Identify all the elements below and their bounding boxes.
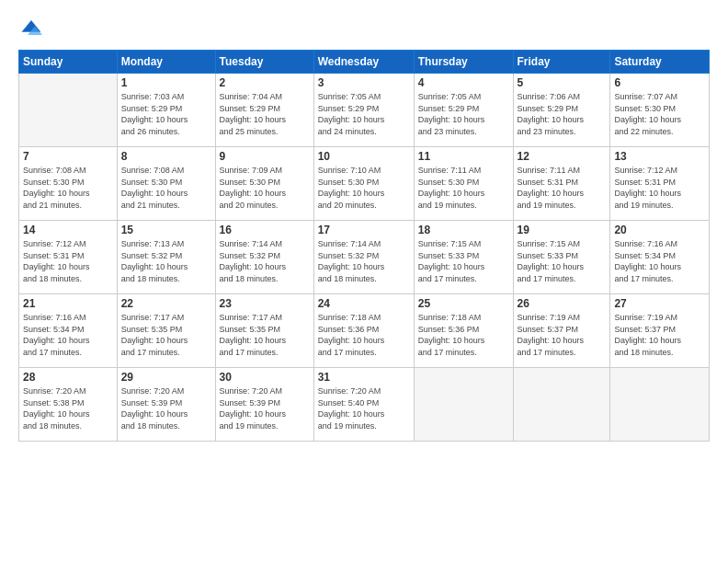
day-info: Sunrise: 7:20 AM Sunset: 5:40 PM Dayligh… xyxy=(318,385,410,431)
day-number: 16 xyxy=(220,224,310,236)
calendar-cell: 11Sunrise: 7:11 AM Sunset: 5:30 PM Dayli… xyxy=(414,147,513,221)
day-info: Sunrise: 7:05 AM Sunset: 5:29 PM Dayligh… xyxy=(418,91,509,137)
calendar-cell: 1Sunrise: 7:03 AM Sunset: 5:29 PM Daylig… xyxy=(117,74,215,147)
calendar-cell: 22Sunrise: 7:17 AM Sunset: 5:35 PM Dayli… xyxy=(117,294,215,368)
calendar-cell: 15Sunrise: 7:13 AM Sunset: 5:32 PM Dayli… xyxy=(117,221,215,294)
calendar-cell xyxy=(414,368,513,442)
calendar-cell: 8Sunrise: 7:08 AM Sunset: 5:30 PM Daylig… xyxy=(117,147,215,221)
day-number: 8 xyxy=(121,150,211,163)
day-number: 14 xyxy=(23,224,113,236)
day-info: Sunrise: 7:18 AM Sunset: 5:36 PM Dayligh… xyxy=(318,312,410,358)
day-number: 4 xyxy=(418,76,509,89)
calendar-header-row: SundayMondayTuesdayWednesdayThursdayFrid… xyxy=(19,51,710,74)
calendar-cell: 10Sunrise: 7:10 AM Sunset: 5:30 PM Dayli… xyxy=(313,147,414,221)
calendar-cell: 28Sunrise: 7:20 AM Sunset: 5:38 PM Dayli… xyxy=(19,368,118,442)
page: SundayMondayTuesdayWednesdayThursdayFrid… xyxy=(0,0,728,563)
day-number: 29 xyxy=(121,371,211,384)
day-info: Sunrise: 7:14 AM Sunset: 5:32 PM Dayligh… xyxy=(220,238,310,284)
logo xyxy=(18,17,42,42)
day-info: Sunrise: 7:20 AM Sunset: 5:39 PM Dayligh… xyxy=(220,385,310,431)
day-number: 1 xyxy=(121,76,211,89)
calendar-cell: 20Sunrise: 7:16 AM Sunset: 5:34 PM Dayli… xyxy=(610,221,710,294)
col-header-saturday: Saturday xyxy=(610,51,710,74)
col-header-tuesday: Tuesday xyxy=(215,51,313,74)
day-info: Sunrise: 7:16 AM Sunset: 5:34 PM Dayligh… xyxy=(614,238,705,284)
col-header-monday: Monday xyxy=(117,51,215,74)
day-info: Sunrise: 7:12 AM Sunset: 5:31 PM Dayligh… xyxy=(614,165,705,211)
header xyxy=(18,17,710,42)
day-number: 21 xyxy=(23,297,113,310)
day-info: Sunrise: 7:17 AM Sunset: 5:35 PM Dayligh… xyxy=(121,312,211,358)
day-info: Sunrise: 7:18 AM Sunset: 5:36 PM Dayligh… xyxy=(418,312,509,358)
day-number: 12 xyxy=(518,150,607,163)
day-number: 7 xyxy=(23,150,113,163)
calendar-cell: 3Sunrise: 7:05 AM Sunset: 5:29 PM Daylig… xyxy=(313,74,414,147)
day-info: Sunrise: 7:06 AM Sunset: 5:29 PM Dayligh… xyxy=(518,91,607,137)
day-info: Sunrise: 7:11 AM Sunset: 5:31 PM Dayligh… xyxy=(518,165,607,211)
day-info: Sunrise: 7:03 AM Sunset: 5:29 PM Dayligh… xyxy=(121,91,211,137)
calendar-cell: 16Sunrise: 7:14 AM Sunset: 5:32 PM Dayli… xyxy=(215,221,313,294)
day-number: 9 xyxy=(220,150,310,163)
calendar-cell: 18Sunrise: 7:15 AM Sunset: 5:33 PM Dayli… xyxy=(414,221,513,294)
day-info: Sunrise: 7:10 AM Sunset: 5:30 PM Dayligh… xyxy=(318,165,410,211)
calendar-cell: 19Sunrise: 7:15 AM Sunset: 5:33 PM Dayli… xyxy=(513,221,610,294)
day-info: Sunrise: 7:14 AM Sunset: 5:32 PM Dayligh… xyxy=(318,238,410,284)
calendar-cell xyxy=(513,368,610,442)
day-info: Sunrise: 7:20 AM Sunset: 5:39 PM Dayligh… xyxy=(121,385,211,431)
day-number: 10 xyxy=(318,150,410,163)
calendar-cell: 31Sunrise: 7:20 AM Sunset: 5:40 PM Dayli… xyxy=(313,368,414,442)
day-number: 13 xyxy=(614,150,705,163)
calendar-cell: 27Sunrise: 7:19 AM Sunset: 5:37 PM Dayli… xyxy=(610,294,710,368)
day-info: Sunrise: 7:04 AM Sunset: 5:29 PM Dayligh… xyxy=(220,91,310,137)
day-number: 30 xyxy=(220,371,310,384)
col-header-friday: Friday xyxy=(513,51,610,74)
calendar-cell: 12Sunrise: 7:11 AM Sunset: 5:31 PM Dayli… xyxy=(513,147,610,221)
calendar-cell: 26Sunrise: 7:19 AM Sunset: 5:37 PM Dayli… xyxy=(513,294,610,368)
calendar-cell: 21Sunrise: 7:16 AM Sunset: 5:34 PM Dayli… xyxy=(19,294,118,368)
week-row-2: 14Sunrise: 7:12 AM Sunset: 5:31 PM Dayli… xyxy=(19,221,710,294)
logo-icon xyxy=(20,17,42,39)
day-number: 6 xyxy=(614,76,705,89)
day-info: Sunrise: 7:12 AM Sunset: 5:31 PM Dayligh… xyxy=(23,238,113,284)
day-info: Sunrise: 7:07 AM Sunset: 5:30 PM Dayligh… xyxy=(614,91,705,137)
calendar-cell xyxy=(610,368,710,442)
day-info: Sunrise: 7:09 AM Sunset: 5:30 PM Dayligh… xyxy=(220,165,310,211)
calendar-cell: 13Sunrise: 7:12 AM Sunset: 5:31 PM Dayli… xyxy=(610,147,710,221)
day-info: Sunrise: 7:08 AM Sunset: 5:30 PM Dayligh… xyxy=(121,165,211,211)
day-info: Sunrise: 7:19 AM Sunset: 5:37 PM Dayligh… xyxy=(614,312,705,358)
day-number: 26 xyxy=(518,297,607,310)
day-info: Sunrise: 7:15 AM Sunset: 5:33 PM Dayligh… xyxy=(518,238,607,284)
day-number: 17 xyxy=(318,224,410,236)
col-header-thursday: Thursday xyxy=(414,51,513,74)
day-number: 25 xyxy=(418,297,509,310)
day-info: Sunrise: 7:05 AM Sunset: 5:29 PM Dayligh… xyxy=(318,91,410,137)
day-info: Sunrise: 7:20 AM Sunset: 5:38 PM Dayligh… xyxy=(23,385,113,431)
calendar-cell: 29Sunrise: 7:20 AM Sunset: 5:39 PM Dayli… xyxy=(117,368,215,442)
day-number: 28 xyxy=(23,371,113,384)
day-number: 23 xyxy=(220,297,310,310)
day-number: 2 xyxy=(220,76,310,89)
calendar-cell: 6Sunrise: 7:07 AM Sunset: 5:30 PM Daylig… xyxy=(610,74,710,147)
calendar-cell: 9Sunrise: 7:09 AM Sunset: 5:30 PM Daylig… xyxy=(215,147,313,221)
calendar-cell xyxy=(19,74,118,147)
calendar-cell: 4Sunrise: 7:05 AM Sunset: 5:29 PM Daylig… xyxy=(414,74,513,147)
day-info: Sunrise: 7:13 AM Sunset: 5:32 PM Dayligh… xyxy=(121,238,211,284)
day-number: 24 xyxy=(318,297,410,310)
week-row-0: 1Sunrise: 7:03 AM Sunset: 5:29 PM Daylig… xyxy=(19,74,710,147)
calendar-cell: 30Sunrise: 7:20 AM Sunset: 5:39 PM Dayli… xyxy=(215,368,313,442)
day-info: Sunrise: 7:19 AM Sunset: 5:37 PM Dayligh… xyxy=(518,312,607,358)
day-number: 11 xyxy=(418,150,509,163)
day-info: Sunrise: 7:16 AM Sunset: 5:34 PM Dayligh… xyxy=(23,312,113,358)
day-number: 5 xyxy=(518,76,607,89)
day-number: 3 xyxy=(318,76,410,89)
day-info: Sunrise: 7:17 AM Sunset: 5:35 PM Dayligh… xyxy=(220,312,310,358)
calendar-cell: 17Sunrise: 7:14 AM Sunset: 5:32 PM Dayli… xyxy=(313,221,414,294)
day-number: 18 xyxy=(418,224,509,236)
day-info: Sunrise: 7:11 AM Sunset: 5:30 PM Dayligh… xyxy=(418,165,509,211)
calendar-cell: 7Sunrise: 7:08 AM Sunset: 5:30 PM Daylig… xyxy=(19,147,118,221)
calendar-cell: 23Sunrise: 7:17 AM Sunset: 5:35 PM Dayli… xyxy=(215,294,313,368)
calendar-cell: 2Sunrise: 7:04 AM Sunset: 5:29 PM Daylig… xyxy=(215,74,313,147)
day-number: 22 xyxy=(121,297,211,310)
col-header-sunday: Sunday xyxy=(19,51,118,74)
calendar-table: SundayMondayTuesdayWednesdayThursdayFrid… xyxy=(18,50,710,442)
